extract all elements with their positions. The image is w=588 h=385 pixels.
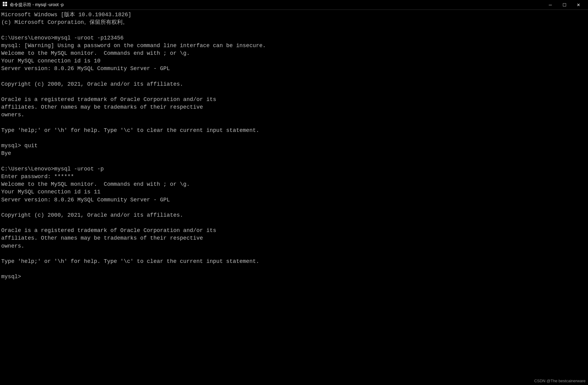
maximize-button[interactable]: ☐: [557, 0, 571, 10]
svg-rect-0: [3, 2, 5, 4]
bottom-text: CSDN @The bestcainerware: [534, 379, 586, 383]
terminal-line: Copyright (c) 2000, 2021, Oracle and/or …: [1, 80, 587, 88]
terminal-line: Your MySQL connection id is 10: [1, 57, 587, 65]
terminal-line: (c) Microsoft Corporation。保留所有权利。: [1, 19, 587, 26]
window-title: 命令提示符 - mysql -uroot -p: [10, 2, 543, 8]
terminal-line: mysql>: [1, 273, 587, 281]
terminal-line: [1, 250, 587, 258]
terminal-line: Bye: [1, 150, 587, 157]
minimize-button[interactable]: ─: [543, 0, 557, 10]
cmd-window: 命令提示符 - mysql -uroot -p ─ ☐ ✕ Microsoft …: [0, 0, 588, 385]
terminal-line: Welcome to the MySQL monitor. Commands e…: [1, 181, 587, 188]
terminal-line: Welcome to the MySQL monitor. Commands e…: [1, 50, 587, 57]
terminal-line: [1, 73, 587, 80]
terminal-line: Type 'help;' or '\h' for help. Type '\c'…: [1, 127, 587, 134]
terminal-line: Enter password: ******: [1, 173, 587, 181]
bottom-bar: CSDN @The bestcainerware: [0, 376, 588, 385]
terminal-line: C:\Users\Lenovo>mysql -uroot -p: [1, 165, 587, 173]
terminal-line: affiliates. Other names may be trademark…: [1, 234, 587, 242]
terminal-line: Your MySQL connection id is 11: [1, 188, 587, 196]
terminal-line: [1, 26, 587, 34]
terminal-line: Server version: 8.0.26 MySQL Community S…: [1, 65, 587, 73]
svg-rect-1: [5, 2, 7, 4]
terminal-line: owners.: [1, 111, 587, 119]
terminal-line: C:\Users\Lenovo>mysql -uroot -p123456: [1, 34, 587, 42]
window-icon: [2, 2, 7, 8]
terminal-line: mysql> quit: [1, 142, 587, 150]
terminal-body[interactable]: Microsoft Windows [版本 10.0.19043.1826](c…: [0, 10, 588, 376]
terminal-line: [1, 265, 587, 273]
terminal-line: [1, 119, 587, 127]
terminal-line: [1, 219, 587, 227]
terminal-line: Oracle is a registered trademark of Orac…: [1, 96, 587, 103]
terminal-line: owners.: [1, 242, 587, 250]
close-button[interactable]: ✕: [571, 0, 586, 10]
terminal-line: mysql: [Warning] Using a password on the…: [1, 42, 587, 50]
terminal-line: [1, 88, 587, 96]
terminal-line: [1, 158, 587, 165]
terminal-line: Type 'help;' or '\h' for help. Type '\c'…: [1, 258, 587, 265]
svg-rect-3: [5, 4, 7, 6]
terminal-line: Server version: 8.0.26 MySQL Community S…: [1, 196, 587, 204]
terminal-line: [1, 134, 587, 142]
svg-rect-2: [3, 4, 5, 6]
terminal-line: affiliates. Other names may be trademark…: [1, 103, 587, 111]
terminal-line: Oracle is a registered trademark of Orac…: [1, 227, 587, 234]
terminal-line: Copyright (c) 2000, 2021, Oracle and/or …: [1, 211, 587, 219]
terminal-line: [1, 204, 587, 211]
title-bar: 命令提示符 - mysql -uroot -p ─ ☐ ✕: [0, 0, 588, 10]
window-controls: ─ ☐ ✕: [543, 0, 586, 10]
terminal-line: Microsoft Windows [版本 10.0.19043.1826]: [1, 11, 587, 19]
